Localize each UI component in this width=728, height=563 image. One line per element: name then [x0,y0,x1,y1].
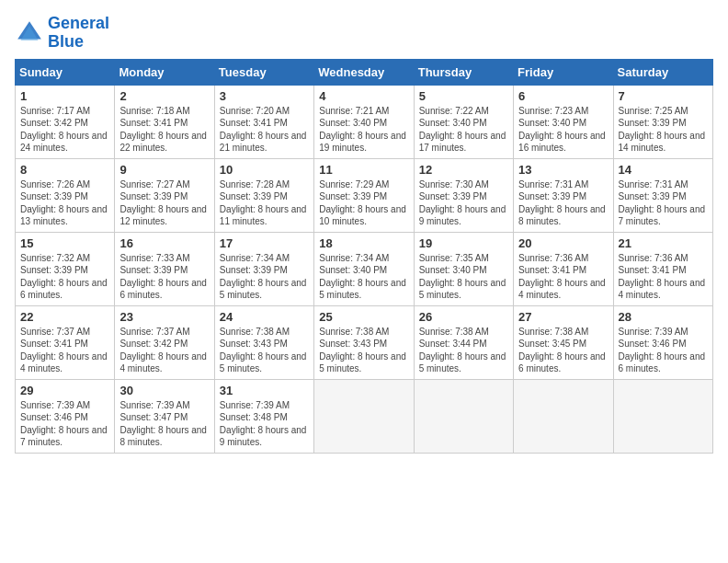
day-info: Sunrise: 7:36 AM Sunset: 3:41 PM Dayligh… [619,252,708,302]
weekday-friday: Friday [514,59,613,85]
day-number: 10 [220,163,309,177]
day-info: Sunrise: 7:32 AM Sunset: 3:39 PM Dayligh… [20,252,109,302]
day-info: Sunrise: 7:23 AM Sunset: 3:40 PM Dayligh… [518,105,608,155]
day-info: Sunrise: 7:27 AM Sunset: 3:39 PM Dayligh… [119,178,209,228]
day-info: Sunrise: 7:28 AM Sunset: 3:39 PM Dayligh… [220,178,309,228]
day-number: 2 [119,89,209,103]
weekday-saturday: Saturday [613,59,712,85]
week-row-2: 8Sunrise: 7:26 AM Sunset: 3:39 PM Daylig… [16,158,713,232]
day-cell: 30Sunrise: 7:39 AM Sunset: 3:47 PM Dayli… [115,379,214,453]
day-number: 9 [119,163,209,177]
weekday-wednesday: Wednesday [314,59,414,85]
day-cell: 16Sunrise: 7:33 AM Sunset: 3:39 PM Dayli… [115,232,214,305]
day-info: Sunrise: 7:21 AM Sunset: 3:40 PM Dayligh… [319,105,408,155]
day-info: Sunrise: 7:22 AM Sunset: 3:40 PM Dayligh… [419,105,508,155]
day-number: 13 [518,163,608,177]
day-cell [314,379,414,453]
day-number: 4 [319,89,408,103]
day-info: Sunrise: 7:33 AM Sunset: 3:39 PM Dayligh… [119,252,209,302]
day-cell: 10Sunrise: 7:28 AM Sunset: 3:39 PM Dayli… [214,158,313,232]
weekday-header-row: SundayMondayTuesdayWednesdayThursdayFrid… [16,59,713,85]
day-number: 31 [220,384,309,397]
day-number: 15 [20,236,109,250]
day-info: Sunrise: 7:34 AM Sunset: 3:40 PM Dayligh… [319,252,408,302]
day-cell: 27Sunrise: 7:38 AM Sunset: 3:45 PM Dayli… [514,305,613,379]
day-number: 19 [419,236,508,250]
day-cell: 22Sunrise: 7:37 AM Sunset: 3:41 PM Dayli… [16,305,115,379]
day-cell: 12Sunrise: 7:30 AM Sunset: 3:39 PM Dayli… [414,158,513,232]
day-info: Sunrise: 7:31 AM Sunset: 3:39 PM Dayligh… [619,178,708,228]
day-cell: 4Sunrise: 7:21 AM Sunset: 3:40 PM Daylig… [314,85,414,158]
day-cell: 31Sunrise: 7:39 AM Sunset: 3:48 PM Dayli… [214,379,313,453]
day-number: 26 [419,310,508,324]
calendar-table: SundayMondayTuesdayWednesdayThursdayFrid… [15,59,713,454]
day-number: 5 [419,89,508,103]
day-cell: 14Sunrise: 7:31 AM Sunset: 3:39 PM Dayli… [613,158,712,232]
day-cell: 17Sunrise: 7:34 AM Sunset: 3:39 PM Dayli… [214,232,313,305]
week-row-3: 15Sunrise: 7:32 AM Sunset: 3:39 PM Dayli… [16,232,713,305]
day-cell: 19Sunrise: 7:35 AM Sunset: 3:40 PM Dayli… [414,232,513,305]
day-info: Sunrise: 7:31 AM Sunset: 3:39 PM Dayligh… [518,178,608,228]
day-cell [514,379,613,453]
week-row-1: 1Sunrise: 7:17 AM Sunset: 3:42 PM Daylig… [16,85,713,158]
day-info: Sunrise: 7:20 AM Sunset: 3:41 PM Dayligh… [220,105,309,155]
day-info: Sunrise: 7:29 AM Sunset: 3:39 PM Dayligh… [319,178,408,228]
day-cell: 3Sunrise: 7:20 AM Sunset: 3:41 PM Daylig… [214,85,313,158]
day-cell: 6Sunrise: 7:23 AM Sunset: 3:40 PM Daylig… [514,85,613,158]
day-number: 17 [220,236,309,250]
day-info: Sunrise: 7:38 AM Sunset: 3:43 PM Dayligh… [319,326,408,375]
page-header: General Blue [15,15,713,52]
day-cell: 28Sunrise: 7:39 AM Sunset: 3:46 PM Dayli… [613,305,712,379]
day-number: 7 [619,89,708,103]
day-cell: 29Sunrise: 7:39 AM Sunset: 3:46 PM Dayli… [16,379,115,453]
day-info: Sunrise: 7:35 AM Sunset: 3:40 PM Dayligh… [419,252,508,302]
week-row-5: 29Sunrise: 7:39 AM Sunset: 3:46 PM Dayli… [16,379,713,453]
day-info: Sunrise: 7:26 AM Sunset: 3:39 PM Dayligh… [20,178,109,228]
day-cell: 21Sunrise: 7:36 AM Sunset: 3:41 PM Dayli… [613,232,712,305]
day-number: 21 [619,236,708,250]
day-number: 23 [119,310,209,324]
day-cell: 26Sunrise: 7:38 AM Sunset: 3:44 PM Dayli… [414,305,513,379]
day-cell: 11Sunrise: 7:29 AM Sunset: 3:39 PM Dayli… [314,158,414,232]
logo-text: General Blue [48,15,109,52]
day-number: 22 [20,310,109,324]
day-number: 16 [119,236,209,250]
day-info: Sunrise: 7:38 AM Sunset: 3:44 PM Dayligh… [419,326,508,375]
day-number: 18 [319,236,408,250]
day-cell: 7Sunrise: 7:25 AM Sunset: 3:39 PM Daylig… [613,85,712,158]
day-info: Sunrise: 7:34 AM Sunset: 3:39 PM Dayligh… [220,252,309,302]
day-cell [414,379,513,453]
day-info: Sunrise: 7:37 AM Sunset: 3:41 PM Dayligh… [20,326,109,375]
day-number: 12 [419,163,508,177]
day-number: 3 [220,89,309,103]
day-cell: 23Sunrise: 7:37 AM Sunset: 3:42 PM Dayli… [115,305,214,379]
week-row-4: 22Sunrise: 7:37 AM Sunset: 3:41 PM Dayli… [16,305,713,379]
day-number: 24 [220,310,309,324]
day-info: Sunrise: 7:38 AM Sunset: 3:43 PM Dayligh… [220,326,309,375]
weekday-sunday: Sunday [16,59,115,85]
day-number: 11 [319,163,408,177]
day-info: Sunrise: 7:39 AM Sunset: 3:47 PM Dayligh… [119,399,209,449]
day-info: Sunrise: 7:17 AM Sunset: 3:42 PM Dayligh… [20,105,109,155]
logo: General Blue [15,15,109,52]
weekday-tuesday: Tuesday [214,59,313,85]
day-number: 27 [518,310,608,324]
day-cell: 24Sunrise: 7:38 AM Sunset: 3:43 PM Dayli… [214,305,313,379]
day-info: Sunrise: 7:37 AM Sunset: 3:42 PM Dayligh… [119,326,209,375]
day-number: 6 [518,89,608,103]
day-cell: 25Sunrise: 7:38 AM Sunset: 3:43 PM Dayli… [314,305,414,379]
calendar-body: 1Sunrise: 7:17 AM Sunset: 3:42 PM Daylig… [16,85,713,453]
day-cell: 1Sunrise: 7:17 AM Sunset: 3:42 PM Daylig… [16,85,115,158]
day-number: 30 [119,384,209,397]
day-number: 25 [319,310,408,324]
day-cell: 2Sunrise: 7:18 AM Sunset: 3:41 PM Daylig… [115,85,214,158]
day-cell [613,379,712,453]
day-info: Sunrise: 7:39 AM Sunset: 3:48 PM Dayligh… [220,399,309,449]
day-number: 8 [20,163,109,177]
day-info: Sunrise: 7:30 AM Sunset: 3:39 PM Dayligh… [419,178,508,228]
weekday-thursday: Thursday [414,59,513,85]
day-cell: 20Sunrise: 7:36 AM Sunset: 3:41 PM Dayli… [514,232,613,305]
day-info: Sunrise: 7:38 AM Sunset: 3:45 PM Dayligh… [518,326,608,375]
day-cell: 13Sunrise: 7:31 AM Sunset: 3:39 PM Dayli… [514,158,613,232]
weekday-monday: Monday [115,59,214,85]
